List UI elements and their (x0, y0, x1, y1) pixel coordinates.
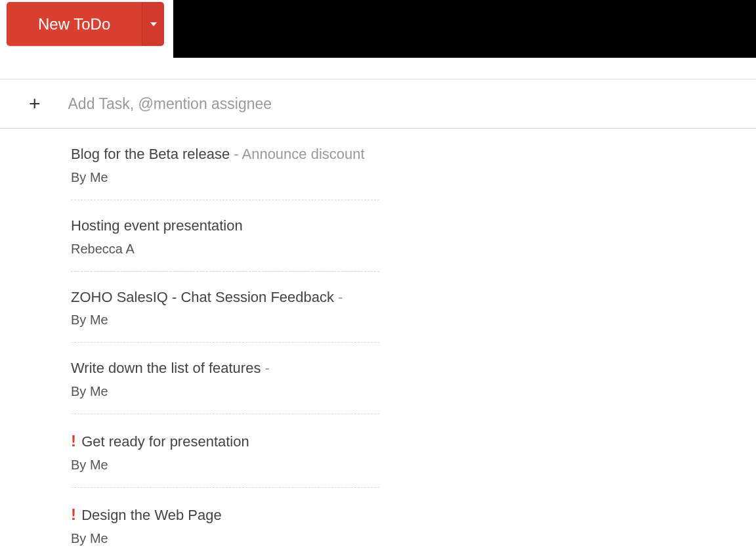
new-todo-button[interactable]: New ToDo (7, 2, 142, 46)
task-assignee: By Me (71, 170, 379, 185)
task-title: ZOHO SalesIQ - Chat Session Feedback (71, 289, 334, 305)
task-title-line: ! Design the Web Page (71, 504, 756, 526)
task-title-line: ZOHO SalesIQ - Chat Session Feedback - (71, 288, 379, 308)
task-item[interactable]: ! Get ready for presentationBy Me (71, 414, 379, 488)
task-title-line: Hosting event presentation (71, 216, 379, 236)
task-item[interactable]: ZOHO SalesIQ - Chat Session Feedback -By… (71, 272, 379, 343)
task-title-line: ! Get ready for presentation (71, 430, 379, 452)
plus-icon: + (29, 94, 41, 114)
task-title-line: Blog for the Beta release - Announce dis… (71, 144, 379, 165)
task-title: Design the Web Page (81, 507, 222, 523)
priority-icon: ! (71, 504, 76, 526)
new-todo-label: New ToDo (38, 15, 110, 33)
task-title: Write down the list of features (71, 360, 261, 376)
task-suffix: - (334, 289, 343, 305)
task-title: Get ready for presentation (81, 433, 249, 450)
add-task-input[interactable] (68, 95, 756, 113)
new-todo-dropdown-button[interactable] (142, 2, 164, 46)
task-item[interactable]: Blog for the Beta release - Announce dis… (71, 129, 379, 200)
header-black-bar (173, 0, 756, 58)
task-list: Blog for the Beta release - Announce dis… (0, 129, 756, 558)
task-assignee: By Me (71, 384, 379, 399)
task-title: Hosting event presentation (71, 217, 243, 234)
task-area: + Blog for the Beta release - Announce d… (0, 79, 756, 558)
task-suffix: - (261, 360, 269, 376)
task-item[interactable]: ! Design the Web PageBy Me (0, 488, 756, 558)
task-title-line: Write down the list of features - (71, 358, 379, 379)
caret-down-icon (150, 22, 157, 26)
task-assignee: Rebecca A (71, 242, 379, 257)
add-task-row[interactable]: + (0, 79, 756, 129)
task-assignee: By Me (71, 312, 379, 328)
task-assignee: By Me (71, 458, 379, 473)
priority-icon: ! (71, 430, 76, 452)
task-title: Blog for the Beta release (71, 146, 230, 162)
task-assignee: By Me (71, 531, 756, 546)
task-suffix: - Announce discount (230, 146, 364, 162)
task-item[interactable]: Hosting event presentationRebecca A (71, 200, 379, 272)
new-todo-button-group: New ToDo (7, 2, 164, 46)
task-item[interactable]: Write down the list of features -By Me (71, 343, 379, 414)
top-bar: New ToDo (0, 0, 756, 58)
